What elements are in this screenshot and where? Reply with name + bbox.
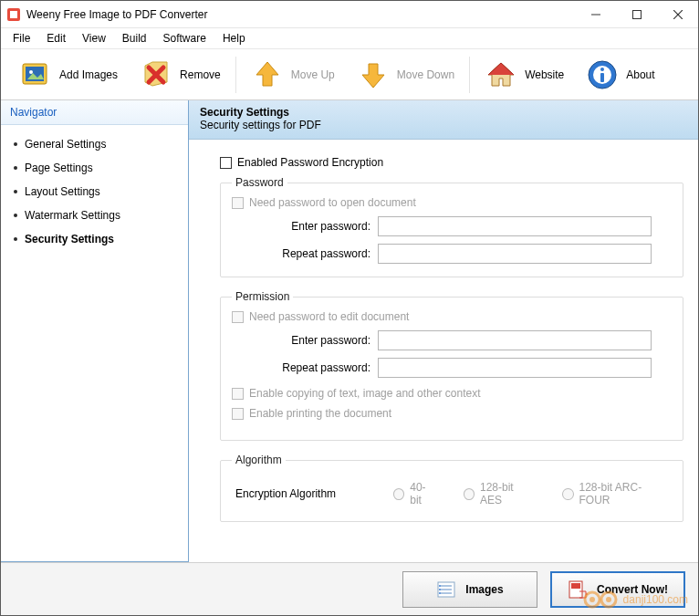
- home-icon: [485, 58, 517, 91]
- svg-point-20: [439, 589, 441, 590]
- move-up-button[interactable]: Move Up: [240, 55, 346, 95]
- permission-legend: Permission: [232, 290, 293, 303]
- algo-40bit-option: 40-bit: [393, 481, 436, 506]
- navigator-sidebar: Navigator General Settings Page Settings…: [1, 100, 189, 562]
- svg-rect-23: [571, 583, 580, 589]
- add-images-button[interactable]: Add Images: [8, 55, 129, 95]
- move-up-label: Move Up: [291, 68, 335, 81]
- permission-fieldset: Permission Need password to edit documen…: [220, 290, 683, 441]
- menu-help[interactable]: Help: [214, 30, 254, 47]
- svg-point-13: [600, 68, 604, 71]
- enable-copy-label: Enable copying of text, image and other …: [249, 387, 481, 400]
- about-label: About: [626, 68, 654, 81]
- algo-128arcfour-option: 128-bit ARC-FOUR: [562, 481, 668, 506]
- nav-layout-settings[interactable]: Layout Settings: [14, 180, 179, 204]
- app-icon: [6, 7, 21, 22]
- about-button[interactable]: About: [575, 55, 665, 95]
- toolbar-divider: [469, 57, 470, 93]
- content-area: Navigator General Settings Page Settings…: [1, 99, 698, 562]
- enable-encryption-label: Enabled Password Encryption: [237, 156, 383, 169]
- images-button[interactable]: Images: [402, 571, 537, 608]
- convert-icon: [568, 579, 588, 600]
- radio-icon: [393, 488, 404, 500]
- enable-print-checkbox: [232, 408, 244, 420]
- panel-title: Security Settings: [200, 106, 687, 119]
- enable-copy-row: Enable copying of text, image and other …: [232, 387, 672, 400]
- algorithm-legend: Algorithm: [232, 454, 286, 466]
- move-down-label: Move Down: [397, 68, 454, 81]
- website-button[interactable]: Website: [474, 55, 575, 95]
- panel-body: Enabled Password Encryption Password Nee…: [189, 140, 698, 562]
- add-images-icon: [19, 58, 52, 91]
- enable-copy-checkbox: [232, 388, 244, 400]
- algorithm-fieldset: Algorithm Encryption Algorithm 40-bit 12…: [220, 454, 683, 522]
- svg-point-21: [439, 592, 441, 594]
- move-down-button[interactable]: Move Down: [346, 55, 465, 95]
- navigator-list: General Settings Page Settings Layout Se…: [1, 125, 188, 258]
- open-enter-password-input[interactable]: [378, 216, 652, 236]
- menu-edit[interactable]: Edit: [38, 30, 74, 47]
- need-open-password-checkbox: [232, 197, 244, 209]
- add-images-label: Add Images: [59, 68, 118, 81]
- nav-general-settings[interactable]: General Settings: [14, 132, 179, 156]
- edit-repeat-password-label: Repeat password:: [232, 361, 378, 374]
- settings-panel: Security Settings Security settings for …: [189, 100, 698, 562]
- enable-encryption-checkbox[interactable]: [220, 157, 232, 169]
- edit-enter-password-input[interactable]: [378, 330, 652, 350]
- remove-icon: [140, 58, 172, 91]
- menubar: File Edit View Build Software Help: [1, 28, 698, 48]
- open-repeat-password-input[interactable]: [378, 244, 652, 264]
- svg-rect-1: [10, 11, 17, 18]
- menu-view[interactable]: View: [74, 30, 114, 47]
- need-edit-password-checkbox: [232, 311, 244, 323]
- panel-header: Security Settings Security settings for …: [189, 100, 698, 140]
- radio-icon: [464, 488, 475, 500]
- window-title: Weeny Free Image to PDF Converter: [26, 8, 575, 21]
- info-icon: [586, 58, 619, 91]
- need-open-password-label: Need password to open document: [249, 196, 416, 209]
- list-icon: [436, 579, 456, 600]
- enable-print-label: Enable printing the document: [249, 407, 391, 420]
- need-edit-password-row: Need password to edit document: [232, 310, 672, 323]
- menu-build[interactable]: Build: [114, 30, 155, 47]
- nav-watermark-settings[interactable]: Watermark Settings: [14, 204, 179, 227]
- menu-file[interactable]: File: [5, 30, 38, 47]
- edit-enter-password-label: Enter password:: [232, 334, 378, 347]
- footer: Images Convert Now!: [1, 562, 698, 615]
- arrow-up-icon: [251, 58, 284, 91]
- titlebar: Weeny Free Image to PDF Converter: [1, 1, 698, 28]
- remove-button[interactable]: Remove: [129, 55, 232, 95]
- toolbar-divider: [235, 57, 236, 93]
- nav-page-settings[interactable]: Page Settings: [14, 156, 179, 180]
- remove-label: Remove: [180, 68, 221, 81]
- enable-encryption-row[interactable]: Enabled Password Encryption: [220, 156, 683, 169]
- arrow-down-icon: [357, 58, 390, 91]
- website-label: Website: [525, 68, 564, 81]
- need-open-password-row: Need password to open document: [232, 196, 672, 209]
- svg-rect-3: [632, 10, 641, 18]
- menu-software[interactable]: Software: [155, 30, 214, 47]
- open-repeat-password-label: Repeat password:: [232, 247, 378, 260]
- password-legend: Password: [232, 176, 287, 189]
- svg-point-19: [439, 585, 441, 587]
- svg-rect-14: [600, 73, 604, 82]
- open-enter-password-label: Enter password:: [232, 220, 378, 233]
- algorithm-label: Encryption Algorithm: [235, 487, 366, 500]
- edit-repeat-password-input[interactable]: [378, 358, 652, 378]
- close-button[interactable]: [657, 1, 698, 27]
- need-edit-password-label: Need password to edit document: [249, 310, 409, 323]
- minimize-button[interactable]: [575, 1, 616, 27]
- maximize-button[interactable]: [616, 1, 657, 27]
- toolbar: Add Images Remove Move Up Move Down Webs…: [1, 48, 698, 99]
- password-fieldset: Password Need password to open document …: [220, 176, 683, 277]
- enable-print-row: Enable printing the document: [232, 407, 672, 420]
- convert-now-label: Convert Now!: [597, 583, 668, 596]
- images-button-label: Images: [465, 583, 503, 596]
- svg-point-8: [29, 70, 33, 74]
- convert-now-button[interactable]: Convert Now!: [550, 571, 685, 608]
- panel-subtitle: Security settings for PDF: [200, 119, 687, 131]
- algo-128aes-option: 128-bit AES: [464, 481, 535, 506]
- radio-icon: [562, 488, 573, 500]
- navigator-header: Navigator: [1, 100, 188, 125]
- nav-security-settings[interactable]: Security Settings: [14, 227, 179, 251]
